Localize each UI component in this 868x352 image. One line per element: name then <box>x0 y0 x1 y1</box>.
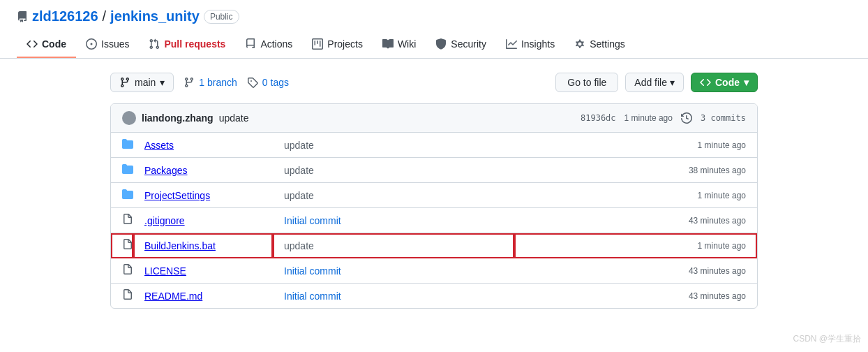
file-toolbar: main ▾ 1 branch 0 tags Go to file Add fi… <box>110 73 758 92</box>
nav-insights-label: Insights <box>521 38 555 50</box>
table-row: Assetsupdate1 minute ago <box>111 133 757 158</box>
file-table: Assetsupdate1 minute agoPackagesupdate38… <box>111 133 757 308</box>
nav-projects-label: Projects <box>327 38 363 50</box>
history-icon <box>681 112 692 124</box>
nav-item-issues[interactable]: Issues <box>76 31 139 58</box>
nav-item-security[interactable]: Security <box>426 31 496 58</box>
table-row: Packagesupdate38 minutes ago <box>111 158 757 183</box>
branch-icon <box>119 77 130 88</box>
file-name-link[interactable]: ProjectSettings <box>144 190 210 201</box>
file-commit-message: update <box>273 183 514 208</box>
go-to-file-button[interactable]: Go to file <box>555 73 618 92</box>
tag-count-link[interactable]: 0 tags <box>262 77 289 88</box>
actions-nav-icon <box>245 38 256 50</box>
file-commit-time: 43 minutes ago <box>514 258 757 284</box>
file-icon <box>122 264 133 275</box>
security-nav-icon <box>435 38 447 50</box>
add-file-dropdown-icon: ▾ <box>670 77 675 88</box>
nav-item-code[interactable]: Code <box>17 31 76 58</box>
nav-settings-label: Settings <box>590 38 625 50</box>
branch-name: main <box>135 77 156 88</box>
commit-author: liandong.zhang <box>142 112 214 124</box>
repo-icon <box>17 11 28 22</box>
file-name-link[interactable]: Assets <box>144 140 174 151</box>
nav-item-insights[interactable]: Insights <box>496 31 564 58</box>
repo-owner-link[interactable]: zld126126 <box>32 8 98 24</box>
file-commit-time: 1 minute ago <box>514 133 757 158</box>
repo-visibility-badge: Public <box>204 10 239 24</box>
code-btn-label: Code <box>715 77 740 88</box>
nav-item-projects[interactable]: Projects <box>302 31 373 58</box>
file-commit-message: update <box>273 233 514 258</box>
nav-wiki-label: Wiki <box>398 38 416 50</box>
file-icon <box>122 239 133 250</box>
commits-count-link[interactable]: 3 commits <box>701 113 746 123</box>
file-name-link[interactable]: LICENSE <box>144 265 186 277</box>
branch-count-link[interactable]: 1 branch <box>199 77 237 88</box>
nav-actions-label: Actions <box>260 38 292 50</box>
branch-stat-icon <box>184 77 195 88</box>
commit-time: 1 minute ago <box>624 113 673 123</box>
add-file-label: Add file <box>634 77 667 88</box>
nav-pr-label: Pull requests <box>164 38 225 50</box>
file-commit-time: 43 minutes ago <box>514 284 757 309</box>
add-file-button[interactable]: Add file ▾ <box>625 73 684 92</box>
file-icon <box>122 214 133 225</box>
branch-selector-button[interactable]: main ▾ <box>110 73 174 92</box>
file-name-link[interactable]: BuildJenkins.bat <box>144 240 216 251</box>
file-commit-message: update <box>273 133 514 158</box>
file-icon <box>122 289 133 300</box>
nav-item-wiki[interactable]: Wiki <box>373 31 426 58</box>
nav-item-actions[interactable]: Actions <box>235 31 302 58</box>
file-commit-message: update <box>273 158 514 183</box>
tag-count: 0 tags <box>247 77 289 88</box>
projects-nav-icon <box>312 38 323 50</box>
issues-nav-icon <box>86 38 97 50</box>
file-name-link[interactable]: README.md <box>144 291 202 302</box>
table-row: BuildJenkins.batupdate1 minute ago <box>111 233 757 258</box>
file-name-link[interactable]: .gitignore <box>144 215 185 226</box>
insights-nav-icon <box>506 38 517 50</box>
commit-hash-link[interactable]: 81936dc <box>581 113 616 123</box>
repo-name-link[interactable]: jenkins_unity <box>110 8 200 24</box>
code-btn-icon <box>700 77 711 88</box>
file-commit-time: 1 minute ago <box>514 233 757 258</box>
file-commit-message-link[interactable]: Initial commit <box>284 265 341 277</box>
table-row: LICENSEInitial commit43 minutes ago <box>111 258 757 284</box>
nav-security-label: Security <box>451 38 486 50</box>
nav-issues-label: Issues <box>101 38 129 50</box>
table-row: .gitignoreInitial commit43 minutes ago <box>111 208 757 233</box>
nav-code-label: Code <box>42 38 66 50</box>
branch-count: 1 branch <box>184 77 237 88</box>
file-commit-time: 38 minutes ago <box>514 158 757 183</box>
code-nav-icon <box>27 38 38 50</box>
settings-nav-icon <box>574 38 585 50</box>
nav-item-pull-requests[interactable]: Pull requests <box>139 31 235 58</box>
code-btn-dropdown-icon: ▾ <box>744 77 749 88</box>
nav-item-settings[interactable]: Settings <box>564 31 635 58</box>
tag-stat-icon <box>247 77 258 88</box>
author-avatar <box>122 111 136 125</box>
folder-icon <box>122 163 133 175</box>
repo-separator: / <box>103 8 107 24</box>
folder-icon <box>122 189 133 200</box>
file-name-link[interactable]: Packages <box>144 165 187 176</box>
table-row: README.mdInitial commit43 minutes ago <box>111 284 757 309</box>
file-commit-message-link[interactable]: Initial commit <box>284 291 341 302</box>
latest-commit-row: liandong.zhang update 81936dc 1 minute a… <box>111 104 757 133</box>
file-commit-time: 1 minute ago <box>514 183 757 208</box>
wiki-nav-icon <box>382 38 394 50</box>
file-commit-message-link[interactable]: Initial commit <box>284 215 341 226</box>
folder-icon <box>122 138 133 149</box>
table-row: ProjectSettingsupdate1 minute ago <box>111 183 757 208</box>
commit-message: update <box>219 112 249 124</box>
file-commit-time: 43 minutes ago <box>514 208 757 233</box>
pr-nav-icon <box>149 38 160 50</box>
file-browser: liandong.zhang update 81936dc 1 minute a… <box>110 103 758 309</box>
branch-dropdown-icon: ▾ <box>160 77 165 88</box>
code-button[interactable]: Code ▾ <box>691 73 758 92</box>
